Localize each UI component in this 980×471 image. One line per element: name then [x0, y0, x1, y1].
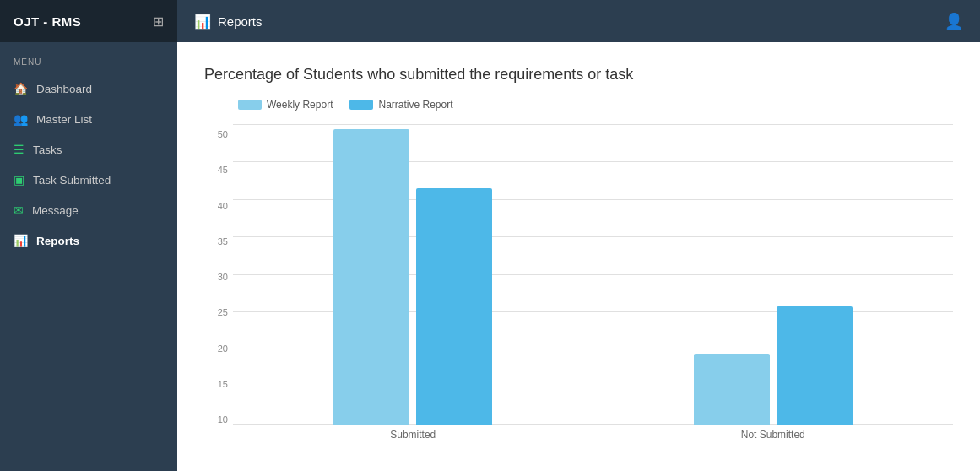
reports-nav-icon: 📊 [14, 234, 28, 247]
legend-label-narrative: Narrative Report [378, 99, 452, 111]
bar-group-1 [593, 124, 954, 425]
menu-label: MENU [0, 42, 177, 73]
legend-label-weekly: Weekly Report [267, 99, 333, 111]
chart-legend: Weekly Report Narrative Report [238, 99, 953, 111]
y-axis-label: 50 [204, 129, 228, 139]
user-icon[interactable]: 👤 [945, 12, 963, 30]
grid-icon[interactable]: ⊞ [153, 14, 164, 30]
legend-item-narrative: Narrative Report [349, 99, 452, 111]
y-axis-label: 15 [204, 379, 228, 389]
legend-color-narrative [349, 100, 373, 110]
bar-group-0 [233, 124, 593, 425]
y-axis-label: 20 [204, 344, 228, 354]
tasks-nav-icon: ☰ [14, 143, 24, 156]
sidebar-item-master-list[interactable]: 👥 Master List [0, 104, 177, 134]
bar-submitted-1 [416, 188, 492, 425]
y-axis-label: 10 [204, 414, 228, 425]
tasks-nav-label: Tasks [33, 143, 62, 156]
sidebar-item-reports[interactable]: 📊 Reports [0, 225, 177, 256]
y-axis-label: 30 [204, 272, 228, 282]
content-area: Percentage of Students who submitted the… [177, 42, 980, 471]
sidebar-nav: 🏠 Dashboard👥 Master List☰ Tasks▣ Task Su… [0, 73, 177, 256]
bar-submitted-0 [333, 129, 409, 425]
legend-color-weekly [238, 100, 262, 110]
x-label-1: Not Submitted [593, 429, 954, 441]
task-submitted-nav-icon: ▣ [14, 173, 24, 187]
bar-not-submitted-1 [777, 306, 853, 425]
x-label-0: Submitted [233, 429, 593, 441]
y-axis-label: 35 [204, 236, 228, 246]
sidebar-title: OJT - RMS [14, 14, 81, 29]
topbar: 📊 Reports 👤 [177, 0, 980, 42]
chart-plot: SubmittedNot Submitted [233, 124, 953, 445]
dashboard-nav-label: Dashboard [36, 83, 92, 95]
bars-area [233, 124, 953, 425]
chart-title: Percentage of Students who submitted the… [204, 66, 953, 84]
sidebar-item-dashboard[interactable]: 🏠 Dashboard [0, 73, 177, 104]
message-nav-icon: ✉ [14, 203, 24, 217]
master-list-nav-label: Master List [36, 113, 92, 126]
dashboard-nav-icon: 🏠 [14, 82, 28, 95]
y-axis-label: 45 [204, 165, 228, 175]
message-nav-label: Message [32, 204, 79, 217]
reports-nav-label: Reports [36, 235, 79, 247]
main-area: 📊 Reports 👤 Percentage of Students who s… [177, 0, 980, 471]
sidebar-item-tasks[interactable]: ☰ Tasks [0, 134, 177, 165]
sidebar-item-task-submitted[interactable]: ▣ Task Submitted [0, 165, 177, 195]
sidebar: OJT - RMS ⊞ MENU 🏠 Dashboard👥 Master Lis… [0, 0, 177, 471]
chart-bar-icon: 📊 [194, 14, 211, 30]
topbar-title-area: 📊 Reports [194, 14, 263, 30]
y-axis: 101520253035404550 [204, 129, 228, 425]
sidebar-header: OJT - RMS ⊞ [0, 0, 177, 42]
chart-wrapper: 101520253035404550 SubmittedNot Submitte… [204, 124, 953, 445]
legend-item-weekly: Weekly Report [238, 99, 333, 111]
bar-not-submitted-0 [694, 354, 770, 425]
sidebar-item-message[interactable]: ✉ Message [0, 195, 177, 225]
task-submitted-nav-label: Task Submitted [33, 174, 111, 187]
topbar-section-title: Reports [218, 14, 263, 29]
x-axis-labels: SubmittedNot Submitted [233, 425, 953, 445]
y-axis-label: 25 [204, 307, 228, 317]
master-list-nav-icon: 👥 [14, 112, 28, 126]
y-axis-label: 40 [204, 201, 228, 211]
